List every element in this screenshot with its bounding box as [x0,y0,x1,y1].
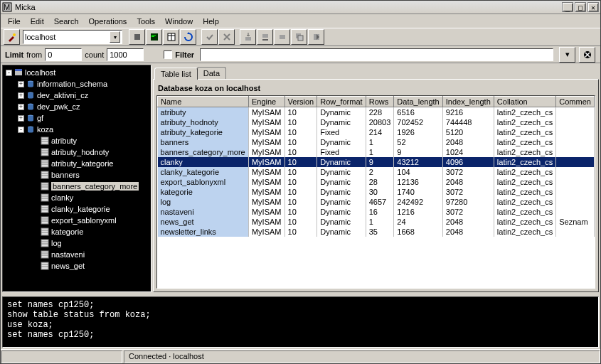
col-commen[interactable]: Commen [556,97,595,107]
tree-db-koza[interactable]: -koza [3,124,151,135]
tree-table-export_sablonyxml[interactable]: +export_sablonyxml [3,215,151,226]
tool-table-button[interactable] [163,29,179,45]
tool-stop-button[interactable] [129,29,145,45]
svg-text:M: M [4,3,10,11]
menubar: File Edit Search Operations Tools Window… [1,14,600,28]
tab-table-list[interactable]: Table list [154,68,198,80]
table-grid[interactable]: NameEngineVersionRow_formatRowsData_leng… [156,95,595,289]
titlebar: M Micka _ □ ✕ [1,1,600,14]
count-label: count [85,50,104,59]
svg-rect-36 [41,183,48,190]
svg-rect-10 [245,37,251,41]
filter-clear-button[interactable] [579,47,595,63]
tree-table-banners_category_more[interactable]: +banners_category_more [3,181,151,192]
tree-db-gf[interactable]: +gf [3,112,151,124]
table-row[interactable]: bannersMyISAM10Dynamic1522048latin2_czec… [158,137,595,147]
filter-checkbox[interactable] [164,50,172,59]
svg-rect-12 [280,35,285,39]
menu-edit[interactable]: Edit [26,16,48,27]
svg-rect-42 [41,205,48,213]
col-engine[interactable]: Engine [248,97,284,107]
menu-operations[interactable]: Operations [85,16,132,27]
svg-rect-48 [41,228,48,235]
menu-tools[interactable]: Tools [132,16,159,27]
svg-rect-17 [15,70,22,75]
table-row[interactable]: atributy_hodnotyMyISAM10Dynamic208037024… [158,117,595,127]
svg-rect-14 [298,36,303,41]
tree-table-news_get[interactable]: +news_get [3,260,151,272]
table-row[interactable]: clankyMyISAM10Dynamic9432124096latin2_cz… [158,157,595,167]
tool-duplicate-button[interactable] [291,29,307,45]
menu-window[interactable]: Window [161,16,197,27]
tree-table-clanky_kategorie[interactable]: +clanky_kategorie [3,203,151,215]
tool-edit-button[interactable] [274,29,290,45]
tree-table-atributy_kategorie[interactable]: +atributy_kategorie [3,158,151,169]
maximize-button[interactable]: □ [575,2,586,12]
tree-root[interactable]: - localhost [3,67,151,78]
menu-help[interactable]: Help [198,16,223,27]
tree-table-atributy_hodnoty[interactable]: +atributy_hodnoty [3,146,151,158]
col-data_length[interactable]: Data_length [394,97,442,107]
body-split: - localhost +information_schema+dev_akti… [1,63,600,294]
svg-rect-54 [41,251,48,258]
tree-table-clanky[interactable]: +clanky [3,192,151,203]
col-collation[interactable]: Collation [494,97,555,107]
col-name[interactable]: Name [158,97,249,107]
table-row[interactable]: news_getMyISAM10Dynamic1242048latin2_cze… [158,217,595,227]
table-row[interactable]: clanky_kategorieMyISAM10Dynamic21043072l… [158,167,595,177]
col-index_length[interactable]: Index_length [442,97,494,107]
table-row[interactable]: export_sablonyxmlMyISAM10Dynamic28121362… [158,177,595,187]
sql-console[interactable]: set names cp1250; show table status from… [2,296,599,348]
table-row[interactable]: atributyMyISAM10Dynamic22865169216latin2… [158,107,595,117]
status-cell-1 [1,350,122,363]
tree-db-information_schema[interactable]: +information_schema [3,78,151,90]
count-input[interactable] [107,48,144,61]
table-row[interactable]: logMyISAM10Dynamic465724249297280latin2_… [158,197,595,207]
tree-table-nastaveni[interactable]: +nastaveni [3,249,151,260]
from-input[interactable] [45,48,82,61]
table-row[interactable]: newsletter_linksMyISAM10Dynamic351668204… [158,227,595,237]
col-row_format[interactable]: Row_format [317,97,366,107]
col-version[interactable]: Version [284,97,317,107]
tree-table-log[interactable]: +log [3,237,151,249]
window-title: Micka [15,3,560,11]
tool-insert-button[interactable] [240,29,256,45]
tree-table-kategorie[interactable]: +kategorie [3,226,151,237]
svg-rect-30 [41,160,48,167]
connect-button[interactable] [4,29,20,45]
host-combo[interactable]: localhost ▾ [23,30,122,44]
tool-export-button[interactable] [308,29,324,45]
minimize-button[interactable]: _ [562,2,573,12]
close-button[interactable]: ✕ [587,2,599,12]
app-icon: M [2,2,12,12]
table-row[interactable]: nastaveniMyISAM10Dynamic1612163072latin2… [158,207,595,217]
tab-data[interactable]: Data [197,67,226,79]
tool-commit-button[interactable] [201,29,218,45]
tree-db-dev_aktivni_cz[interactable]: +dev_aktivni_cz [3,90,151,101]
tree-table-atributy[interactable]: +atributy [3,135,151,146]
tool-refresh-button[interactable] [180,29,196,45]
tool-delete-button[interactable] [257,29,273,45]
table-row[interactable]: banners_category_moreMyISAM10Fixed191024… [158,147,595,157]
toolbar: localhost ▾ [1,28,600,46]
svg-rect-39 [41,194,48,201]
col-rows[interactable]: Rows [366,97,394,107]
svg-rect-3 [134,34,140,40]
table-row[interactable]: kategorieMyISAM10Dynamic3017403072latin2… [158,187,595,197]
statusbar: Connected · localhost [1,349,600,363]
menu-file[interactable]: File [4,16,25,27]
tool-cancel-button[interactable] [218,29,235,45]
svg-rect-33 [41,171,48,178]
tree-table-banners[interactable]: +banners [3,169,151,181]
menu-search[interactable]: Search [50,16,83,27]
tool-execute-button[interactable] [146,29,162,45]
svg-rect-27 [41,149,48,156]
svg-rect-5 [151,35,156,36]
host-dropdown-icon[interactable]: ▾ [110,31,120,43]
filter-input[interactable] [200,48,553,61]
tree-pane[interactable]: - localhost +information_schema+dev_akti… [2,65,151,292]
table-row[interactable]: atributy_kategorieMyISAM10Fixed214192651… [158,127,595,137]
filter-dropdown-button[interactable]: ▾ [559,47,575,63]
svg-point-2 [13,33,16,36]
tree-db-dev_pwk_cz[interactable]: +dev_pwk_cz [3,101,151,112]
